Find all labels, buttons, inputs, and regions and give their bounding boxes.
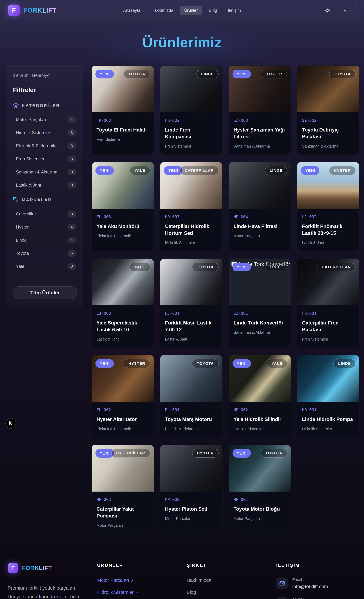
product-info: EL-001 Toyota Marş Motoru Elektrik & Ele… bbox=[160, 402, 222, 437]
email-value[interactable]: info@forklift.com bbox=[292, 584, 328, 589]
product-image: CATERPİLLAR bbox=[297, 259, 359, 305]
product-card[interactable]: YENİ YALE HD-002 Yale Hidrolik Silindir … bbox=[229, 355, 291, 437]
page-title: Ürünlerimiz bbox=[0, 34, 364, 51]
all-products-button[interactable]: Tüm Ürünler bbox=[13, 286, 77, 299]
product-card[interactable]: YALE LJ-003 Yale Superelastik Lastik 6.5… bbox=[92, 258, 154, 348]
footer-logo-mark: F bbox=[8, 563, 18, 573]
category-count-badge: 3 bbox=[68, 156, 76, 162]
product-card[interactable]: YENİ LİNDE Linde Tork Konvertör SZ-001 L… bbox=[229, 258, 291, 348]
brand-badge: YALE bbox=[130, 166, 150, 175]
nav-item[interactable]: Anasayfa bbox=[119, 6, 145, 15]
product-image: YENİ YALE bbox=[92, 162, 154, 209]
category-filter-item[interactable]: Motor Parçaları 4 bbox=[13, 113, 77, 126]
product-card[interactable]: TOYOTA SZ-002 Toyota Debriyaj Balatası Ş… bbox=[297, 65, 359, 155]
new-badge: YENİ bbox=[301, 166, 319, 175]
product-category: Fren Sistemleri bbox=[302, 337, 355, 342]
product-code: FR-001 bbox=[302, 311, 355, 316]
footer-company-column: ŞİRKET Hakkımızda Blog İletişim bbox=[187, 563, 267, 599]
product-card[interactable]: YENİ HYSTER EL-002 Hyster Alternatör Ele… bbox=[92, 355, 154, 437]
footer-company-link[interactable]: Blog bbox=[187, 590, 196, 595]
product-grid: YENİ TOYOTA FR-003 Toyota El Freni Halat… bbox=[92, 65, 359, 534]
new-badge: YENİ bbox=[95, 70, 114, 79]
product-name: Yale Akü Monitörü bbox=[96, 223, 149, 230]
brand-logo[interactable]: F FORKLIFT bbox=[8, 5, 56, 16]
header: F FORKLIFT Anasayfa Hakkımızda Ürünler B… bbox=[1, 1, 363, 20]
nav-item[interactable]: Hakkımızda bbox=[147, 6, 178, 15]
product-card[interactable]: YENİ HYSTER SZ-003 Hyster Şanzıman Yağı … bbox=[229, 65, 291, 155]
brand-badge: CATERPİLLAR bbox=[317, 263, 355, 272]
brand-label: Yale bbox=[16, 264, 25, 269]
brand-filter-item[interactable]: Toyota 5 bbox=[13, 247, 77, 260]
product-card[interactable]: LİNDE MP-004 Linde Hava Filtresi Motor P… bbox=[229, 162, 291, 251]
product-name: Yale Superelastik Lastik 6.50-10 bbox=[96, 319, 149, 333]
product-name: Toyota Motor Bloğu bbox=[234, 506, 286, 512]
product-info: FR-001 Caterpillar Fren Balatası Fren Si… bbox=[297, 305, 359, 348]
footer-company-link[interactable]: Hakkımızda bbox=[187, 577, 211, 583]
theme-toggle-button[interactable] bbox=[324, 7, 331, 14]
product-card[interactable]: LİNDE HD-001 Linde Hidrolik Pompa Hidrol… bbox=[297, 355, 359, 437]
product-count-text: 19 ürün listeleniyor bbox=[13, 73, 77, 78]
product-image: YENİ LİNDE Linde Tork Konvertör bbox=[229, 259, 291, 305]
product-card[interactable]: YENİ TOYOTA FR-003 Toyota El Freni Halat… bbox=[92, 65, 154, 155]
product-card[interactable]: CATERPİLLAR FR-001 Caterpillar Fren Bala… bbox=[297, 258, 359, 348]
product-code: MP-003 bbox=[96, 497, 149, 502]
category-filter-item[interactable]: Hidrolik Sistemler 3 bbox=[13, 126, 77, 139]
product-name: Linde Hava Filtresi bbox=[234, 223, 286, 230]
brand-count-badge: 4 bbox=[68, 224, 76, 230]
new-badge: YENİ bbox=[95, 449, 114, 458]
nav-item[interactable]: Ürünler bbox=[180, 6, 202, 15]
phone-icon bbox=[276, 597, 288, 599]
product-card[interactable]: YENİ CATERPİLLAR MP-003 Caterpillar Yakı… bbox=[92, 445, 154, 534]
new-badge: YENİ bbox=[95, 166, 114, 175]
footer: F FORKLIFT Premium forklift yedek parçal… bbox=[0, 547, 364, 599]
product-code: FR-003 bbox=[96, 118, 149, 123]
email-label: Email bbox=[292, 577, 328, 582]
product-card[interactable]: HYSTER MP-002 Hyster Piston Seti Motor P… bbox=[160, 445, 223, 534]
product-info: FR-003 Toyota El Freni Halatı Fren Siste… bbox=[92, 112, 154, 148]
footer-products-title: ÜRÜNLER bbox=[97, 563, 177, 568]
product-category: Elektrik & Elektronik bbox=[96, 234, 149, 238]
category-filter-list: Motor Parçaları 4 Hidrolik Sistemler 3 E… bbox=[13, 113, 77, 192]
product-image: TOYOTA bbox=[160, 259, 222, 305]
product-info: SZ-001 Linde Tork Konvertör Şanzıman & A… bbox=[229, 305, 291, 341]
category-label: Elektrik & Elektronik bbox=[16, 143, 55, 148]
product-category: Hidrolik Sistemler bbox=[165, 241, 217, 245]
product-card[interactable]: TOYOTA LJ-001 Forklift Masif Lastik 7.00… bbox=[160, 258, 223, 348]
nav-item[interactable]: Blog bbox=[204, 6, 222, 15]
brand-filter-item[interactable]: Caterpillar 3 bbox=[13, 207, 77, 220]
nav-item[interactable]: İletişim bbox=[223, 6, 245, 15]
product-info: HD-001 Linde Hidrolik Pompa Hidrolik Sis… bbox=[297, 402, 359, 437]
footer-logo[interactable]: F FORKLIFT bbox=[8, 563, 88, 573]
brand-filter-item[interactable]: Hyster 4 bbox=[13, 220, 77, 234]
category-filter-item[interactable]: Fren Sistemleri 3 bbox=[13, 152, 77, 166]
product-category: Fren Sistemleri bbox=[165, 144, 217, 149]
product-info: HD-003 Caterpillar Hidrolik Hortum Seti … bbox=[160, 209, 222, 251]
product-image: LİNDE bbox=[160, 66, 222, 112]
product-info: SZ-002 Toyota Debriyaj Balatası Şanzıman… bbox=[297, 112, 359, 155]
category-filter-item[interactable]: Elektrik & Elektronik 3 bbox=[13, 139, 77, 152]
logo-mark: F bbox=[8, 5, 20, 16]
product-category: Lastik & Jant bbox=[302, 241, 355, 245]
product-card[interactable]: LİNDE FR-002 Linde Fren Kampanası Fren S… bbox=[160, 65, 223, 155]
category-label: Fren Sistemleri bbox=[16, 156, 46, 161]
brand-filter-item[interactable]: Yale 3 bbox=[13, 260, 77, 273]
footer-products-column: ÜRÜNLER Motor Parçaları↗ Hidrolik Sistem… bbox=[97, 563, 177, 599]
product-card[interactable]: YENİ CATERPİLLAR HD-003 Caterpillar Hidr… bbox=[160, 162, 223, 251]
product-card[interactable]: TOYOTA EL-001 Toyota Marş Motoru Elektri… bbox=[160, 355, 223, 437]
footer-product-link[interactable]: Hidrolik Sistemler↗ bbox=[97, 590, 138, 595]
brand-badge: TOYOTA bbox=[260, 449, 287, 458]
new-badge: YENİ bbox=[233, 70, 251, 79]
main-nav: Anasayfa Hakkımızda Ürünler Blog İletişi… bbox=[119, 6, 245, 15]
language-selector[interactable]: TR bbox=[337, 6, 356, 15]
nextjs-devtools-button[interactable]: N bbox=[5, 418, 16, 429]
product-category: Şanzıman & Aktarma bbox=[302, 144, 355, 149]
phone-label: Telefon bbox=[292, 597, 332, 599]
category-filter-item[interactable]: Şanzıman & Aktarma 3 bbox=[13, 166, 77, 178]
product-card[interactable]: YENİ TOYOTA MP-001 Toyota Motor Bloğu Mo… bbox=[229, 445, 291, 534]
product-card[interactable]: YENİ HYSTER LJ-002 Forklift Pnömatik Las… bbox=[297, 162, 359, 251]
brand-filter-item[interactable]: Linde 4 bbox=[13, 234, 77, 247]
category-filter-item[interactable]: Lastik & Jant 3 bbox=[13, 178, 77, 192]
external-arrow-icon: ↗ bbox=[131, 578, 134, 582]
product-card[interactable]: YENİ YALE EL-003 Yale Akü Monitörü Elekt… bbox=[92, 162, 154, 251]
footer-product-link[interactable]: Motor Parçaları↗ bbox=[97, 577, 134, 583]
